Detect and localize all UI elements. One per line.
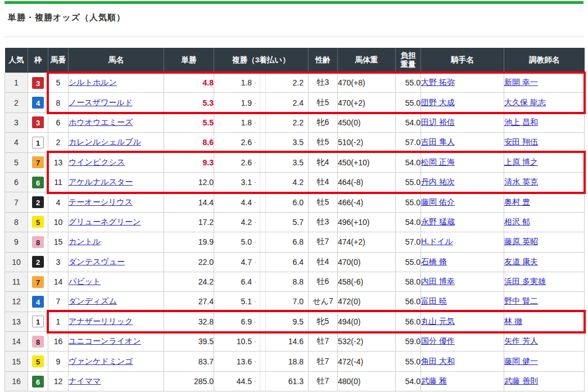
horse-name-link[interactable]: シルトホルン: [69, 78, 117, 87]
horse-no-cell: 8: [48, 93, 69, 112]
trainer-link[interactable]: 上原 博之: [504, 157, 538, 166]
place-dash: -: [254, 159, 256, 166]
horse-name-link[interactable]: パビット: [69, 277, 101, 286]
place-dash: -: [254, 138, 256, 146]
trainer-link[interactable]: 林 徹: [504, 317, 522, 326]
horse-name-link[interactable]: アケルナルスター: [69, 177, 133, 186]
jockey-link[interactable]: 丸山 元気: [421, 317, 455, 326]
horse-name-link[interactable]: ダンディズム: [69, 296, 117, 305]
sex-age-cell: 牡7: [309, 352, 338, 371]
horse-name-link[interactable]: ナイママ: [69, 376, 101, 385]
jockey-link[interactable]: 永野 猛蔵: [421, 217, 455, 226]
table-row: 12 4 7 ダンディズム 27.4 5.1 - 7.0 せん7 472(0) …: [5, 292, 585, 312]
place-dash: -: [254, 79, 256, 87]
trainer-link[interactable]: 藤岡 健一: [504, 357, 538, 366]
win-odds-cell: 285.0: [164, 371, 214, 391]
horse-name-link[interactable]: ユニコーンライオン: [69, 336, 141, 345]
jockey-link[interactable]: 松岡 正海: [421, 157, 455, 166]
trainer-link[interactable]: 野中 賢二: [504, 296, 538, 305]
sex-age-cell: 牡5: [309, 133, 338, 152]
col-header-weight: 馬体重: [338, 48, 396, 73]
trainer-link[interactable]: 安田 翔伍: [504, 137, 538, 146]
jockey-link[interactable]: 団野 大成: [421, 98, 455, 107]
horse-name-link[interactable]: テーオーシリウス: [69, 197, 133, 206]
trainer-link[interactable]: 新開 幸一: [504, 78, 538, 87]
horse-no-cell: 11: [48, 172, 69, 192]
win-odds-cell: 27.4: [164, 292, 214, 312]
jockey-link[interactable]: 田辺 裕信: [421, 118, 455, 127]
frame-badge: 7: [32, 276, 44, 288]
jockey-link[interactable]: 大野 拓弥: [421, 78, 455, 87]
load-cell: 56.0: [396, 292, 421, 312]
trainer-link[interactable]: 武藤 善則: [504, 376, 538, 385]
trainer-link[interactable]: 浜田 多実雄: [504, 277, 546, 286]
trainer-cell: 相沢 郁: [504, 212, 585, 232]
place-odds-cell: 2.6 - 3.5: [214, 152, 309, 172]
rank-cell: 5: [5, 152, 28, 172]
trainer-cell: 友道 康夫: [504, 252, 585, 272]
place-high-value: 2.2: [266, 78, 308, 87]
load-cell: 54.0: [396, 112, 421, 132]
place-odds-cell: 10.5 - 14.6: [214, 332, 309, 352]
horse-name-cell: ユニコーンライオン: [69, 332, 164, 352]
horse-name-link[interactable]: カントル: [69, 237, 101, 246]
trainer-cell: 藤原 英昭: [504, 232, 585, 252]
trainer-link[interactable]: 大久保 龍志: [504, 98, 546, 107]
win-odds-cell: 22.0: [164, 252, 214, 272]
jockey-link[interactable]: 武藤 雅: [421, 376, 447, 385]
horse-name-link[interactable]: ダンテスヴュー: [69, 257, 125, 266]
place-separator: [260, 352, 266, 371]
horse-name-link[interactable]: アナザーリリック: [69, 317, 133, 326]
horse-name-link[interactable]: ヴァンケドミンゴ: [69, 357, 133, 366]
jockey-link[interactable]: 藤岡 佑介: [421, 197, 455, 206]
rank-cell: 13: [5, 312, 28, 331]
sex-age-cell: 牡4: [309, 252, 338, 272]
place-dash: -: [254, 358, 256, 366]
trainer-link[interactable]: 奥村 豊: [504, 197, 530, 206]
jockey-link[interactable]: H.ドイル: [421, 237, 453, 246]
horse-name-link[interactable]: カレンルシェルブル: [69, 137, 141, 146]
horse-name-cell: ダンテスヴュー: [69, 252, 164, 272]
jockey-link[interactable]: 石橋 脩: [421, 257, 447, 266]
jockey-link[interactable]: 富田 暁: [421, 296, 447, 305]
trainer-cell: 新開 幸一: [504, 73, 585, 93]
jockey-cell: 角田 大和: [421, 352, 504, 371]
jockey-link[interactable]: 丹内 祐次: [421, 177, 455, 186]
load-cell: 55.0: [396, 172, 421, 192]
weight-cell: 480(0): [338, 371, 396, 391]
frame-cell: 4: [28, 93, 48, 112]
jockey-link[interactable]: 吉田 隼人: [421, 137, 455, 146]
trainer-link[interactable]: 藤原 英昭: [504, 237, 538, 246]
trainer-link[interactable]: 友道 康夫: [504, 257, 538, 266]
jockey-link[interactable]: 国分 優作: [421, 336, 455, 345]
weight-cell: 472(0): [338, 292, 396, 312]
frame-badge: 2: [32, 256, 44, 268]
table-row: 14 8 16 ユニコーンライオン 39.5 10.5 - 14.6 牡7 53…: [5, 332, 585, 352]
horse-name-link[interactable]: グリューネグリーン: [69, 217, 141, 226]
trainer-cell: 大久保 龍志: [504, 93, 585, 112]
jockey-link[interactable]: 内田 博幸: [421, 277, 455, 286]
trainer-link[interactable]: 池上 昌和: [504, 118, 538, 127]
jockey-link[interactable]: 角田 大和: [421, 357, 455, 366]
col-header-load-line2: 重量: [396, 60, 420, 69]
trainer-cell: 武藤 善則: [504, 371, 585, 391]
load-cell: 55.0: [396, 192, 421, 212]
trainer-cell: 野中 賢二: [504, 292, 585, 312]
table-row: 1 3 5 シルトホルン 4.8 1.8 - 2.2 牡3 470(+8) 55…: [5, 73, 585, 93]
horse-name-link[interactable]: ウインピクシス: [69, 157, 125, 166]
win-odds-cell: 8.6: [164, 133, 214, 152]
horse-name-link[interactable]: ノースザワールド: [69, 98, 133, 107]
trainer-cell: 安田 翔伍: [504, 133, 585, 152]
trainer-link[interactable]: 矢作 芳人: [504, 336, 538, 345]
place-low-value: 2.6: [214, 158, 252, 167]
top-accent-bar: [4, 1, 584, 4]
weight-cell: 450(+10): [338, 152, 396, 172]
trainer-link[interactable]: 相沢 郁: [504, 217, 530, 226]
table-row: 15 5 9 ヴァンケドミンゴ 83.7 13.6 - 18.8 牡7 472(…: [5, 352, 585, 371]
frame-badge: 8: [32, 336, 44, 348]
horse-name-link[interactable]: ホウオウエミーズ: [69, 118, 133, 127]
frame-cell: 4: [28, 292, 48, 312]
place-odds-cell: 6.4 - 8.8: [214, 272, 309, 291]
trainer-link[interactable]: 清水 英克: [504, 177, 538, 186]
rank-cell: 15: [5, 352, 28, 371]
